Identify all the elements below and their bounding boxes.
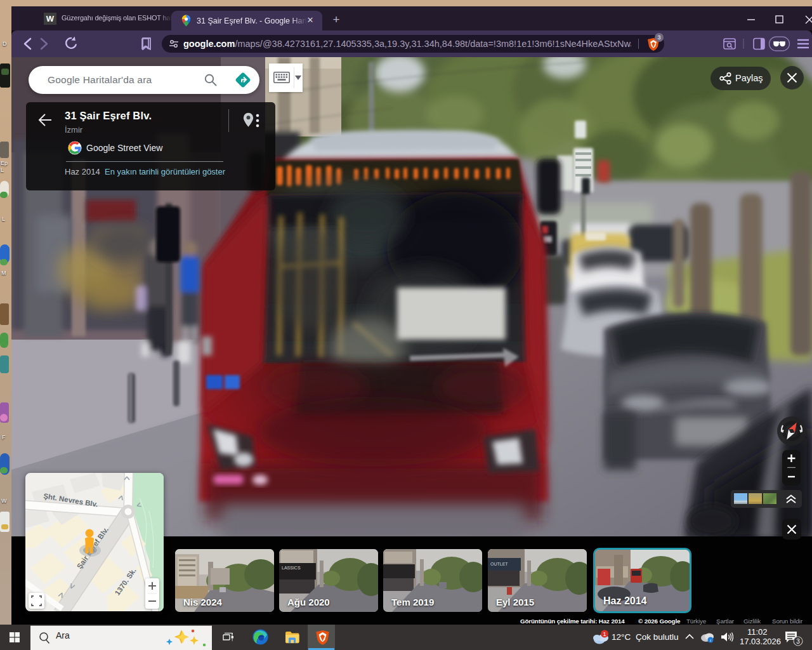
svg-text:LASSICS: LASSICS <box>282 566 301 570</box>
svg-text:3: 3 <box>796 638 800 645</box>
svg-text:i: i <box>710 638 711 643</box>
svg-text:1: 1 <box>603 631 606 637</box>
svg-text:OUTLET: OUTLET <box>490 562 508 566</box>
